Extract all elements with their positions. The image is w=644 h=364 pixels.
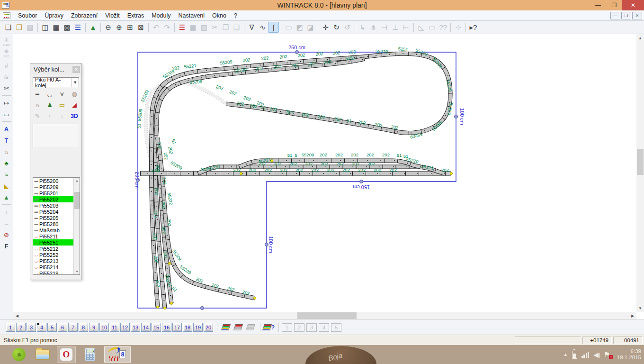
menu-zobrazen[interactable]: Zobrazení xyxy=(67,11,101,20)
part-list-scrollbar[interactable]: ▲ ▼ xyxy=(73,178,80,274)
page-button-17[interactable]: 17 xyxy=(172,323,182,332)
page-button-18[interactable]: 18 xyxy=(183,323,192,332)
page-button-12[interactable]: 12 xyxy=(120,323,130,332)
zoom-in-icon[interactable]: ⊕ xyxy=(114,22,125,33)
part-list-item[interactable]: ▬Pi55280 xyxy=(33,221,73,227)
cut-track-icon[interactable]: ✄ xyxy=(1,82,12,94)
insert-function-icon[interactable]: F xyxy=(1,240,12,252)
tray-volume-icon[interactable]: ◀)) xyxy=(593,351,599,358)
part-list-item[interactable]: ◡Pi55211 xyxy=(33,233,73,239)
list-scroll-thumb[interactable] xyxy=(74,192,80,209)
tray-clock[interactable]: 6:39 19.1.2015 xyxy=(617,348,641,361)
insert-image-icon[interactable]: ▲ xyxy=(1,191,12,203)
part-list-item[interactable]: ▬Pi55205 xyxy=(33,215,73,221)
signal-icon[interactable]: ▭ xyxy=(56,100,68,110)
part-list-item[interactable]: ▬Pi55204 xyxy=(33,209,73,215)
page-button-15[interactable]: 15 xyxy=(152,323,161,332)
part-list-item[interactable]: ▬Pi55209 xyxy=(33,184,73,190)
boundary-handle[interactable] xyxy=(360,180,363,183)
menu-pravy[interactable]: Úpravy xyxy=(41,11,67,20)
insert-terrain-icon[interactable]: ◣ xyxy=(1,180,12,191)
scroll-up-icon[interactable]: ▲ xyxy=(636,34,644,42)
boundary-handle[interactable] xyxy=(265,243,268,246)
mdi-minimize-icon[interactable]: — xyxy=(610,12,620,19)
menu-extras[interactable]: Extras xyxy=(124,11,148,20)
part-list-item[interactable]: ▬Pi55203 xyxy=(33,202,73,209)
turntable-icon[interactable]: ◍ xyxy=(68,89,80,99)
layer-settings-icon[interactable]: ? xyxy=(263,322,275,333)
close-window-icon[interactable]: ✕ xyxy=(622,0,644,10)
list-scroll-down-icon[interactable]: ▼ xyxy=(74,269,80,274)
view-3d-icon[interactable]: 3D xyxy=(68,111,80,121)
part-list-item[interactable]: ▬Pi55201 xyxy=(33,190,73,196)
select-track-type-icon[interactable]: ∇ xyxy=(246,22,257,33)
track-system-select[interactable]: Piko H0 A-kolej ▼ xyxy=(33,77,79,87)
context-help-icon[interactable]: ▸? xyxy=(468,22,479,33)
page-button-8[interactable]: 8 xyxy=(79,323,88,332)
tray-battery-icon[interactable] xyxy=(572,351,577,359)
menu-vloit[interactable]: Vložit xyxy=(101,11,124,20)
part-list-item[interactable]: ▬Maßstab xyxy=(33,227,73,233)
open-file-icon[interactable]: ❒ xyxy=(14,22,25,33)
mdi-restore-icon[interactable]: ❐ xyxy=(621,12,631,19)
list-scroll-up-icon[interactable]: ▲ xyxy=(74,178,80,183)
part-list-item[interactable]: ▬Pi55200 xyxy=(33,178,73,184)
insert-height-icon[interactable]: T xyxy=(1,135,12,146)
page-button-19[interactable]: 19 xyxy=(193,323,203,332)
print-icon[interactable]: ▦ xyxy=(51,22,62,33)
insert-dimension-icon[interactable]: ↦ xyxy=(1,97,12,109)
hide-track-icon[interactable]: ⊘ xyxy=(1,229,12,240)
part-list-item[interactable]: ◡Pi55212 xyxy=(33,246,73,252)
taskbar-wintrack-icon[interactable]: 8 xyxy=(104,346,131,363)
page-button-3[interactable]: 3 xyxy=(27,323,36,332)
parts-list-icon[interactable]: ☰ xyxy=(72,22,83,33)
zoom-out-icon[interactable]: ⊖ xyxy=(103,22,114,33)
tray-network-icon[interactable] xyxy=(581,351,590,358)
part-list-item[interactable]: ◡Pi55214 xyxy=(33,264,73,270)
insert-building-icon[interactable]: ⌂ xyxy=(1,146,12,157)
scroll-right-icon[interactable]: ▶ xyxy=(629,312,636,319)
page-button-10[interactable]: 10 xyxy=(99,323,109,332)
new-file-icon[interactable]: ❏ xyxy=(3,22,14,33)
part-list-item[interactable]: ◡Pi55219 xyxy=(33,270,73,275)
page-button-5[interactable]: 5 xyxy=(47,323,57,332)
vertical-scrollbar[interactable]: ▲ ▼ xyxy=(636,34,644,312)
plan-canvas[interactable]: 5520955209552095120255221552092022022022… xyxy=(13,34,636,312)
menu-moduly[interactable]: Moduly xyxy=(148,11,174,20)
page-button-7[interactable]: 7 xyxy=(68,323,78,332)
draw-contour-icon[interactable]: ∿ xyxy=(257,22,268,33)
taskbar-spotify-icon[interactable]: ≡ xyxy=(9,346,28,363)
image-export-icon[interactable]: ▲ xyxy=(88,22,98,33)
page-button-11[interactable]: 11 xyxy=(110,323,119,332)
zoom-window-icon[interactable]: ⊞ xyxy=(125,22,135,33)
horizontal-scroll-thumb[interactable] xyxy=(297,312,357,319)
minimize-window-icon[interactable]: — xyxy=(590,0,606,10)
insert-rectangle-icon[interactable]: ▭ xyxy=(1,109,12,120)
insert-figure-icon[interactable]: ♣ xyxy=(1,157,12,169)
flex-track-icon[interactable]: ∫ xyxy=(268,22,279,33)
scroll-left-icon[interactable]: ◀ xyxy=(13,312,21,319)
page-button-13[interactable]: 13 xyxy=(131,323,140,332)
mdi-close-icon[interactable]: ✕ xyxy=(632,12,642,19)
restore-window-icon[interactable]: ❐ xyxy=(606,0,622,10)
building-icon[interactable]: ⌂ xyxy=(31,100,44,110)
turnout-track-icon[interactable]: ⋎ xyxy=(56,89,68,99)
part-list-item[interactable]: ◡Pi55252 xyxy=(33,252,73,258)
page-button-1[interactable]: 1 xyxy=(6,323,15,332)
straight-track-icon[interactable]: ━ xyxy=(31,89,44,99)
scroll-down-icon[interactable]: ▼ xyxy=(636,304,644,312)
boundary-handle[interactable] xyxy=(201,307,204,310)
figures-icon[interactable]: ♟ xyxy=(44,100,56,110)
insert-text-icon[interactable]: A xyxy=(1,123,12,135)
part-list-item[interactable]: ◡Pi55213 xyxy=(33,258,73,264)
page-button-2[interactable]: 2 xyxy=(16,323,26,332)
move-parts-icon[interactable]: ✛ xyxy=(320,22,331,33)
ramp-icon[interactable]: ◢ xyxy=(68,100,80,110)
page-button-16[interactable]: 16 xyxy=(162,323,171,332)
tray-action-center-icon[interactable]: ⚑! xyxy=(604,350,612,359)
insert-line-icon[interactable]: ≈ xyxy=(1,169,12,180)
vertical-scroll-thumb[interactable] xyxy=(637,149,644,175)
palette-close-icon[interactable]: ✕ xyxy=(72,66,80,73)
menu-soubor[interactable]: Soubor xyxy=(14,11,41,20)
page-button-4[interactable]: 4 xyxy=(37,323,46,332)
